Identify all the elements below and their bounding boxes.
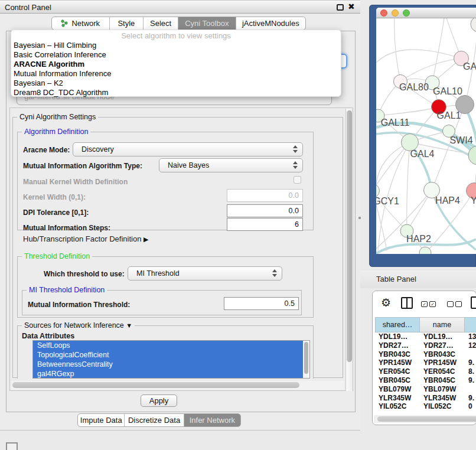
mi-algorithm-type-label: Mutual Information Algorithm Type:	[23, 162, 142, 170]
sources-group-title[interactable]: Sources for Network Inference ▼	[22, 321, 135, 330]
table-row[interactable]: YDL19… YDL19… 13	[375, 332, 476, 341]
table-row[interactable]: YDR27… YDR27… 12	[375, 341, 476, 350]
column-header-name[interactable]: name	[420, 317, 465, 332]
settings-scroll-pane: Cyni Algorithm Settings Algorithm Defini…	[9, 107, 353, 391]
dpi-tolerance-label: DPI Tolerance [0,1]:	[23, 208, 89, 217]
network-view-inner: GAL GAL80 GAL10 GAL1 GAL11 SWI4 GAL4 GCY…	[376, 8, 476, 254]
dropdown-item[interactable]: Mutual Information Inference	[11, 69, 341, 79]
tab-cyni-toolbox[interactable]: Cyni Toolbox	[178, 17, 236, 30]
cyni-settings-group-title: Cyni Algorithm Settings	[17, 113, 98, 121]
settings-horizontal-scrollbar[interactable]	[11, 381, 344, 390]
float-window-icon[interactable]	[337, 4, 344, 11]
hub-factor-expander[interactable]: Hub/Transcription Factor Definition ▶	[23, 234, 148, 243]
gear-icon[interactable]: ⚙	[381, 296, 391, 309]
dropdown-item[interactable]: Bayesian – Hill Climbing	[11, 41, 341, 50]
dropdown-item[interactable]: Dream8 DC_TDC Algorithm	[11, 88, 341, 97]
mi-threshold-field[interactable]: 0.5	[224, 297, 299, 310]
control-panel-tabbar: Network Style Select Cyni Toolbox jActiv…	[51, 17, 306, 30]
split-columns-icon[interactable]	[401, 297, 413, 309]
attribute-list-item[interactable]: gal4RGexp	[33, 369, 303, 379]
table-row[interactable]: YPR145W YPR145W 9.	[375, 358, 476, 367]
dropdown-item[interactable]: ARACNE Algorithm	[11, 60, 341, 69]
panel-splitter-grip[interactable]	[358, 217, 361, 219]
column-header-partial[interactable]: A	[465, 317, 476, 332]
mi-threshold-label: Mutual Information Threshold:	[28, 301, 130, 309]
node-label: GAL1	[437, 110, 461, 120]
apply-button[interactable]: Apply	[141, 394, 177, 407]
dropdown-item[interactable]: Bayesian – K2	[11, 79, 341, 88]
dropdown-item[interactable]: Basic Correlation Inference	[11, 50, 341, 60]
table-row[interactable]: YBR043C YBR043C	[375, 350, 476, 359]
network-view-window[interactable]: GAL GAL80 GAL10 GAL1 GAL11 SWI4 GAL4 GCY…	[369, 5, 476, 267]
table-panel-title: Table Panel	[376, 275, 416, 283]
attribute-list-item[interactable]: TopologicalCoefficient	[33, 350, 303, 360]
close-traffic-light[interactable]	[380, 9, 387, 17]
table-row[interactable]: YIL052C YIL052C 0	[375, 402, 476, 411]
close-icon[interactable]: ✖	[348, 2, 355, 11]
network-canvas[interactable]: GAL GAL80 GAL10 GAL1 GAL11 SWI4 GAL4 GCY…	[376, 18, 476, 254]
which-threshold-combo[interactable]: MI Threshold	[128, 266, 282, 281]
which-threshold-label: Which threshold to use:	[44, 270, 125, 278]
tab-style[interactable]: Style	[110, 17, 144, 30]
table-panel-titlebar: Table Panel	[360, 270, 476, 288]
tab-discretize-data[interactable]: Discretize Data	[125, 414, 184, 426]
mi-steps-label: Mutual Information Steps:	[23, 224, 110, 232]
tab-select[interactable]: Select	[144, 17, 178, 30]
column-header-shared-name[interactable]: shared…	[375, 317, 420, 332]
control-panel-titlebar: Control Panel ✖	[0, 0, 360, 14]
manual-kernel-width-checkbox[interactable]	[294, 176, 301, 184]
minimize-traffic-light[interactable]	[392, 9, 399, 17]
table-row[interactable]: YBR045C YBR045C 9.	[375, 376, 476, 385]
data-attributes-list: SelfLoopsTopologicalCoefficientBetweenne…	[32, 340, 310, 379]
attribute-list-item[interactable]: BetweennessCentrality	[33, 360, 303, 369]
control-panel-window: Control Panel ✖ Network Style Select Cyn…	[0, 0, 360, 431]
tab-network[interactable]: Network	[52, 17, 110, 30]
tab-infer-network[interactable]: Infer Network	[184, 414, 240, 426]
deselect-all-checkboxes-icon[interactable]	[447, 301, 462, 307]
attribute-list-scrollbar[interactable]	[304, 341, 309, 378]
node-label: GAL10	[433, 86, 462, 96]
network-node-top-partial[interactable]	[471, 18, 476, 32]
table-horizontal-scrollbar[interactable]	[374, 415, 476, 423]
kernel-width-field[interactable]: 0.0	[227, 189, 303, 202]
table-row[interactable]: YER054C YER054C 8.	[375, 367, 476, 376]
mi-threshold-group-title: MI Threshold Definition	[27, 286, 107, 294]
mi-steps-field[interactable]: 6	[227, 218, 303, 231]
screen: Control Panel ✖ Network Style Select Cyn…	[0, 0, 476, 450]
manual-kernel-width-label: Manual Kernel Width Definition	[23, 178, 128, 186]
settings-vertical-scrollbar[interactable]	[345, 109, 353, 391]
attribute-list-item[interactable]: SelfLoops	[33, 341, 303, 350]
dpi-tolerance-field[interactable]: 0.0	[227, 204, 303, 217]
select-all-checkboxes-icon[interactable]: ✓✓	[421, 301, 436, 307]
network-edges-teal[interactable]	[376, 106, 476, 253]
tab-impute-data[interactable]: Impute Data	[78, 414, 125, 426]
mi-algorithm-type-combo[interactable]: Naive Bayes	[159, 158, 303, 172]
tab-network-label: Network	[71, 19, 100, 28]
data-attributes-label: Data Attributes	[22, 332, 74, 340]
bottom-tabbar: Impute Data Discretize Data Infer Networ…	[77, 413, 241, 427]
combo-stepper-icon	[272, 269, 278, 277]
zoom-traffic-light[interactable]	[403, 9, 410, 17]
document-icon[interactable]	[471, 296, 476, 309]
node-label: GAL80	[399, 82, 429, 92]
dropdown-items: Bayesian – Hill ClimbingBasic Correlatio…	[11, 41, 341, 97]
network-node-bottom-partial[interactable]	[419, 247, 431, 254]
network-node-labels: GAL GAL80 GAL10 GAL1 GAL11 SWI4 GAL4 GCY…	[376, 61, 476, 244]
node-label: HAP4	[435, 195, 460, 206]
combo-stepper-icon	[293, 145, 298, 153]
minimized-panel-icon[interactable]	[6, 442, 18, 450]
aracne-mode-combo[interactable]: Discovery	[73, 142, 303, 156]
node-label: HAP2	[406, 234, 431, 244]
node-label: GAL4	[410, 149, 435, 159]
table-row[interactable]: YBL079W YBL079W	[375, 385, 476, 394]
tab-jactivemnodules[interactable]: jActiveMNodules	[236, 17, 305, 30]
table-row[interactable]: YLR345W YLR345W 9.	[375, 394, 476, 403]
network-window-titlebar[interactable]	[376, 8, 476, 18]
combo-stepper-icon	[293, 161, 298, 169]
node-label: GAL	[463, 61, 476, 71]
expander-right-icon: ▶	[144, 236, 148, 243]
node-label: GCY1	[376, 196, 399, 206]
node-label: GAL11	[381, 118, 410, 128]
dropdown-placeholder: Select algorithm to view settings	[11, 31, 341, 41]
algorithm-dropdown-list: Select algorithm to view settings Bayesi…	[11, 30, 341, 97]
